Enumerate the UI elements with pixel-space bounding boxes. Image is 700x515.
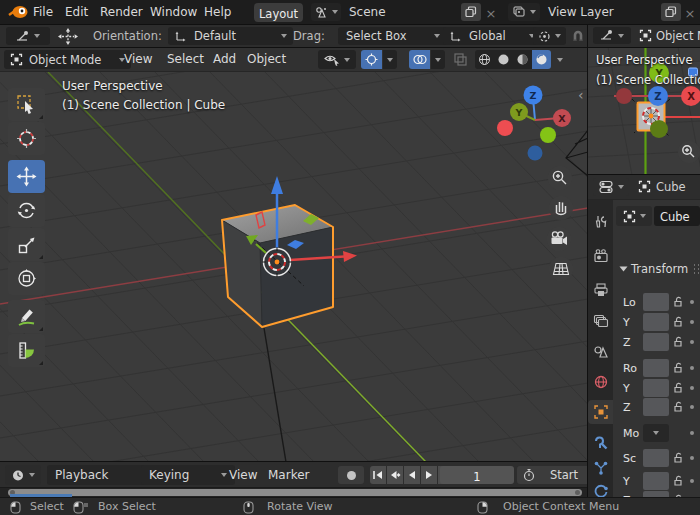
scene-type-button[interactable] [311,3,341,21]
vp2-active-tool-button[interactable] [593,27,631,44]
animate-dot[interactable] [690,456,694,460]
animate-dot[interactable] [690,386,694,390]
pivot-point-dropdown[interactable] [533,27,566,45]
animate-dot[interactable] [690,479,694,483]
jump-to-start-button[interactable] [370,466,386,484]
nav-axis-ball[interactable] [650,120,668,138]
viewport-canvas[interactable]: Y Z X [0,72,588,462]
shading-solid-button[interactable] [494,50,513,69]
lock-icon[interactable] [672,361,685,374]
timeline-scrollbar[interactable] [8,489,582,496]
play-button[interactable] [421,466,437,484]
zoom-button[interactable] [548,166,572,190]
tab-tool[interactable] [588,210,613,234]
tool-cursor[interactable] [8,122,45,155]
zoom-button[interactable] [678,141,700,163]
overlays-toggle[interactable] [409,50,430,69]
keying-dropdown[interactable]: Keying [141,465,235,485]
shading-dropdown[interactable] [553,50,567,69]
orientation-dropdown[interactable]: Default [168,27,293,45]
panel-drag-dots[interactable] [693,263,700,275]
animate-dot[interactable] [690,300,694,304]
shading-wireframe-button[interactable] [475,50,494,69]
menu-view[interactable]: View [124,48,152,71]
nav-axis-ball[interactable] [540,127,556,143]
menu-select[interactable]: Select [167,48,204,71]
scene-unlink-button[interactable]: × [483,3,499,21]
tool-select-box[interactable] [8,88,45,121]
viewlayer-type-button[interactable] [508,3,540,21]
prev-keyframe-button[interactable] [387,466,403,484]
lock-icon[interactable] [672,315,685,328]
menu-file[interactable]: File [33,0,53,24]
visibility-dropdown[interactable] [318,50,356,69]
xray-toggle[interactable] [451,50,470,69]
editor-type-button[interactable] [593,178,629,196]
scale-x-field[interactable] [643,449,669,467]
auto-keying-button[interactable] [338,466,364,484]
loc-z-field[interactable] [643,333,669,351]
tool-transform[interactable] [8,262,45,295]
active-tool-button[interactable] [6,27,50,45]
playback-dropdown[interactable]: Playback [47,465,156,485]
scale-y-field[interactable] [643,472,669,490]
region-divider[interactable] [587,25,588,497]
tool-move[interactable] [8,160,45,193]
play-reverse-button[interactable] [404,466,420,484]
snap-toggle[interactable] [569,27,587,45]
menu-window[interactable]: Window [150,0,197,24]
animate-dot[interactable] [690,320,694,324]
viewlayer-copy-button[interactable] [661,3,681,21]
nav-axis-ball[interactable] [616,88,632,104]
menu-edit[interactable]: Edit [65,0,88,24]
workspace-tab-layout[interactable]: Layout [254,3,303,22]
pan-button[interactable] [549,196,573,220]
transform-panel-header[interactable]: Transform [613,258,700,280]
mode-dropdown[interactable]: Object Mode [4,50,131,69]
lock-icon[interactable] [672,474,685,487]
scene-copy-button[interactable] [461,3,481,21]
current-frame-field[interactable]: 1 [440,466,514,484]
rot-z-field[interactable] [643,398,669,416]
menu-add[interactable]: Add [213,48,236,71]
tab-world[interactable] [588,370,613,394]
tool-scale[interactable] [8,228,45,261]
object-name-field[interactable]: Cube [654,206,700,226]
scene-name[interactable]: Scene [349,0,386,24]
transform-orientation-dropdown[interactable]: Global [443,27,541,45]
tab-particles[interactable] [588,456,613,480]
lock-icon[interactable] [672,335,685,348]
overlays-dropdown[interactable] [431,50,445,69]
tab-physics[interactable] [588,480,613,497]
ortho-toggle-button[interactable] [549,257,573,281]
nav-axis-ball[interactable] [528,146,543,161]
menu-help[interactable]: Help [204,0,231,24]
lock-icon[interactable] [672,400,685,413]
tool-annotate[interactable] [8,300,45,333]
lock-icon[interactable] [672,381,685,394]
shading-material-button[interactable] [513,50,532,69]
viewlayer-unlink-button[interactable]: × [683,3,697,21]
animate-dot[interactable] [690,366,694,370]
vp2-mode-value[interactable]: Object M [656,25,700,47]
lock-icon[interactable] [672,295,685,308]
rot-x-field[interactable] [643,359,669,377]
tab-object[interactable] [588,400,613,424]
frame-start-field[interactable]: Start [517,466,588,484]
lock-icon[interactable] [672,451,685,464]
tab-view-layer[interactable] [588,310,613,334]
rotation-mode-dropdown[interactable] [643,424,669,442]
tool-measure[interactable] [8,334,45,367]
drag-dropdown[interactable]: Select Box [338,27,448,45]
blender-logo-icon[interactable] [8,4,30,20]
loc-y-field[interactable] [643,313,669,331]
tab-modifiers[interactable] [588,431,613,455]
menu-render[interactable]: Render [100,0,143,24]
shading-rendered-button[interactable] [532,50,551,69]
animate-dot[interactable] [690,340,694,344]
gizmos-toggle[interactable] [361,50,382,69]
tab-scene[interactable] [588,340,613,364]
nav-axis-ball[interactable] [497,120,513,136]
animate-dot[interactable] [690,431,694,435]
gizmos-dropdown[interactable] [383,50,397,69]
